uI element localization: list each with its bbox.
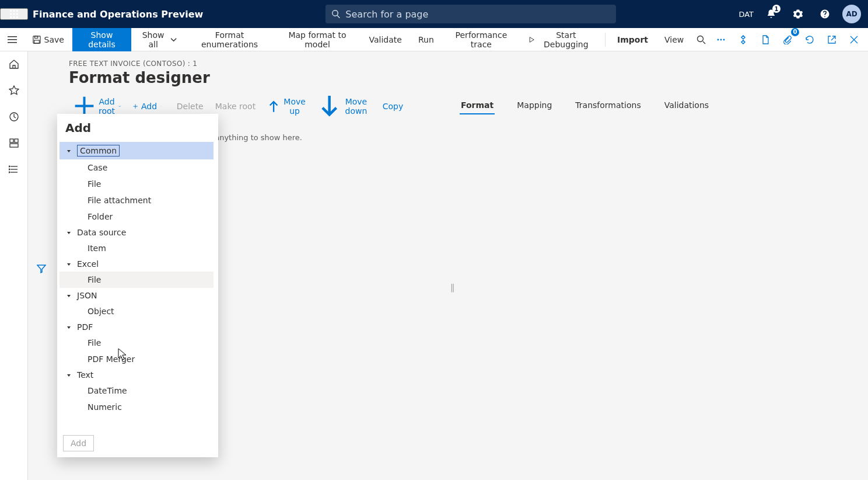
tree-item-datetime[interactable]: DateTime [60,382,214,399]
tree-group-text[interactable]: Text [60,367,214,382]
recent-button[interactable] [5,111,23,124]
tree-group-json[interactable]: JSON [60,288,214,303]
tree-item-file[interactable]: File [60,176,214,192]
search-box[interactable]: Search for a page [326,5,616,23]
user-avatar[interactable]: AD [842,5,861,23]
tree-group-excel[interactable]: Excel [60,256,214,272]
tab-validations[interactable]: Validations [663,97,710,114]
run-label: Run [418,35,434,44]
svg-rect-14 [34,40,39,43]
attachments-badge: 0 [791,28,799,36]
home-icon [9,59,19,69]
question-icon [820,9,830,19]
svg-point-28 [9,166,10,167]
tab-transformations[interactable]: Transformations [574,97,642,114]
perf-label: Performance trace [450,30,512,49]
tree-item-pdf-merger[interactable]: PDF Merger [60,351,214,367]
left-nav-rail [0,51,28,480]
favorites-button[interactable] [5,85,23,98]
attachments-button[interactable]: 0 [777,29,798,50]
tree-item-item[interactable]: Item [60,240,214,256]
validate-button[interactable]: Validate [361,28,410,51]
split-handle[interactable]: || [450,283,453,292]
star-icon [9,85,19,96]
svg-rect-6 [10,16,12,18]
run-button[interactable]: Run [410,28,442,51]
settings-button[interactable] [786,2,810,26]
add-type-tree[interactable]: CommonCaseFileFile attachmentFolderData … [57,140,218,429]
svg-point-16 [698,36,704,41]
refresh-button[interactable] [799,29,820,50]
popout-button[interactable] [821,29,842,50]
more-icon [716,35,726,44]
svg-rect-5 [16,13,18,15]
svg-rect-13 [34,36,37,38]
notifications-button[interactable]: 1 [760,2,783,26]
show-all-button[interactable]: Show all [131,28,186,51]
svg-point-19 [720,39,722,40]
modules-button[interactable] [5,164,23,177]
nav-toggle-button[interactable] [0,28,24,51]
import-label: Import [617,35,648,44]
tree-group-common[interactable]: Common [60,142,214,159]
filter-button[interactable] [33,58,50,480]
view-button[interactable]: View [656,28,692,51]
tree-group-data-source[interactable]: Data source [60,225,214,240]
workspaces-button[interactable] [5,137,23,151]
save-icon [33,36,41,44]
svg-rect-1 [13,10,15,12]
validate-label: Validate [369,35,402,44]
svg-point-30 [9,172,10,173]
save-button[interactable]: Save [24,28,72,51]
svg-line-17 [703,41,705,44]
svg-point-29 [9,169,10,170]
map-format-button[interactable]: Map format to model [274,28,361,51]
tree-item-numeric[interactable]: Numeric [60,399,214,415]
hamburger-icon [8,36,17,43]
tree-item-folder[interactable]: Folder [60,208,214,225]
app-launcher-button[interactable] [0,8,28,20]
tab-format[interactable]: Format [460,97,495,114]
home-button[interactable] [5,58,23,72]
start-debug-label: Start Debugging [538,30,593,49]
tree-item-file-attachment[interactable]: File attachment [60,192,214,208]
show-all-label: Show all [139,30,167,49]
app-name: Finance and Operations Preview [33,9,203,20]
tree-item-file[interactable]: File [60,335,214,351]
svg-rect-0 [10,10,12,12]
import-button[interactable]: Import [609,28,656,51]
filter-column [28,51,55,480]
add-dropdown-panel: Add CommonCaseFileFile attachmentFolderD… [57,114,218,457]
map-format-label: Map format to model [282,30,353,49]
top-nav-bar: Finance and Operations Preview Search fo… [0,0,868,28]
page-title: Format designer [69,69,854,86]
svg-rect-8 [16,16,18,18]
attachment-icon [783,35,792,44]
search-placeholder: Search for a page [345,9,428,20]
close-button[interactable] [844,29,864,50]
page-options-button[interactable] [755,29,776,50]
show-details-button[interactable]: Show details [72,28,131,51]
find-button[interactable] [692,29,710,50]
svg-rect-22 [10,139,13,142]
tree-item-file[interactable]: File [60,272,214,288]
start-debugging-button[interactable]: Start Debugging [520,28,601,51]
format-enumerations-button[interactable]: Format enumerations [186,28,274,51]
clock-icon [9,112,19,122]
overflow-button[interactable] [710,29,732,50]
tree-item-object[interactable]: Object [60,303,214,319]
search-icon [696,35,706,44]
help-button[interactable] [813,2,836,26]
svg-rect-24 [10,144,18,147]
performance-trace-button[interactable]: Performance trace [442,28,520,51]
add-confirm-button: Add [63,435,94,451]
search-icon [331,9,341,19]
grid-icon [9,138,19,148]
svg-rect-23 [15,139,18,142]
tree-item-case[interactable]: Case [60,159,214,176]
tab-mapping[interactable]: Mapping [516,97,553,114]
company-code[interactable]: DAT [738,10,756,19]
tree-group-pdf[interactable]: PDF [60,319,214,335]
svg-point-18 [718,39,719,40]
personalize-button[interactable] [733,29,754,50]
